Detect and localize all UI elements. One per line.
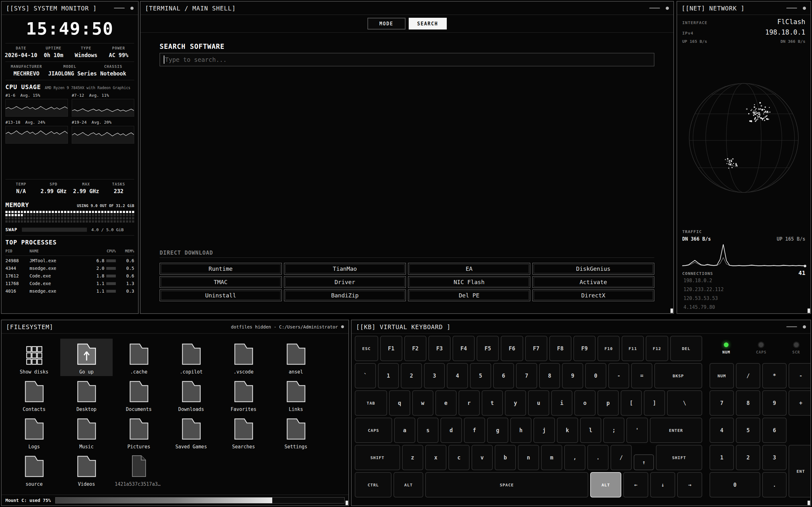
key-a[interactable]: a (394, 417, 415, 443)
close-icon[interactable] (666, 7, 669, 10)
numpad-key-ent[interactable]: ENT (789, 445, 811, 498)
minimize-icon[interactable] (649, 8, 660, 9)
key-7[interactable]: 7 (516, 363, 537, 388)
key-[interactable]: ] (644, 390, 665, 416)
fs-item-logs[interactable]: Logs (8, 413, 60, 451)
fs-item-music[interactable]: Music (60, 413, 113, 451)
key-t[interactable]: t (482, 390, 503, 416)
minimize-icon[interactable] (114, 8, 125, 9)
key-n[interactable]: n (518, 445, 539, 470)
key-f4[interactable]: F4 (453, 336, 475, 361)
download-button-tmac[interactable]: TMAC (160, 276, 282, 288)
download-button-runtime[interactable]: Runtime (160, 263, 282, 275)
key-l[interactable]: l (580, 417, 601, 443)
download-button-diskgenius[interactable]: DiskGenius (532, 263, 655, 275)
search-input[interactable] (160, 53, 654, 66)
key-q[interactable]: q (389, 390, 410, 416)
fs-item-links[interactable]: Links (270, 376, 322, 413)
key-[interactable]: [ (621, 390, 642, 416)
key-w[interactable]: w (412, 390, 434, 416)
fs-item-saved-games[interactable]: Saved Games (165, 413, 217, 451)
key-m[interactable]: m (541, 445, 562, 470)
fs-item-videos[interactable]: Videos (60, 451, 113, 488)
key-f6[interactable]: F6 (501, 336, 523, 361)
key-0[interactable]: 0 (585, 363, 606, 388)
numpad-key-[interactable]: / (736, 363, 760, 388)
key-o[interactable]: o (574, 390, 596, 416)
key-9[interactable]: 9 (562, 363, 583, 388)
fs-item-pictures[interactable]: Pictures (113, 413, 165, 451)
key-8[interactable]: 8 (539, 363, 560, 388)
key-[interactable]: \ (667, 390, 702, 416)
fs-item-source[interactable]: source (8, 451, 60, 488)
fs-item-documents[interactable]: Documents (113, 376, 165, 413)
key-2[interactable]: 2 (401, 363, 422, 388)
fs-item-favorites[interactable]: Favorites (217, 376, 270, 413)
key-alt[interactable]: ALT (590, 472, 621, 498)
numpad-key-0[interactable]: 0 (710, 472, 760, 498)
numpad-key-3[interactable]: 3 (762, 445, 786, 470)
numpad-key-8[interactable]: 8 (736, 390, 760, 416)
key-f11[interactable]: F11 (622, 336, 644, 361)
fs-item-downloads[interactable]: Downloads (165, 376, 217, 413)
fs-item-contacts[interactable]: Contacts (8, 376, 60, 413)
numpad-key-[interactable]: . (762, 472, 786, 498)
key-v[interactable]: v (471, 445, 493, 470)
numpad-key-[interactable]: + (789, 390, 811, 416)
key-[interactable]: ` (355, 363, 376, 388)
fs-item--cache[interactable]: .cache (113, 339, 165, 376)
close-icon[interactable] (803, 325, 806, 329)
key-1[interactable]: 1 (378, 363, 399, 388)
fs-item-ansel[interactable]: ansel (270, 339, 322, 376)
resize-grip[interactable] (670, 308, 673, 313)
key-[interactable]: = (631, 363, 652, 388)
numpad-key-9[interactable]: 9 (762, 390, 786, 416)
key-[interactable]: ; (603, 417, 624, 443)
key-z[interactable]: z (402, 445, 423, 470)
key-f7[interactable]: F7 (525, 336, 547, 361)
key-enter[interactable]: ENTER (650, 417, 702, 443)
close-icon[interactable] (341, 325, 344, 328)
key-s[interactable]: s (417, 417, 439, 443)
minimize-icon[interactable] (786, 326, 797, 327)
fs-item-go-up[interactable]: Go up (60, 339, 113, 376)
key-esc[interactable]: ESC (355, 336, 378, 361)
numpad-key-5[interactable]: 5 (736, 417, 760, 443)
key-f2[interactable]: F2 (404, 336, 426, 361)
key-d[interactable]: d (441, 417, 462, 443)
numpad-key-num[interactable]: NUM (710, 363, 734, 388)
key-tab[interactable]: TAB (355, 390, 387, 416)
numpad-key-[interactable]: - (789, 363, 811, 388)
fs-item-desktop[interactable]: Desktop (60, 376, 113, 413)
resize-grip[interactable] (808, 308, 810, 313)
key-e[interactable]: e (435, 390, 457, 416)
numpad-key-6[interactable]: 6 (762, 417, 786, 443)
resize-grip[interactable] (808, 501, 810, 505)
key-bksp[interactable]: BKSP (654, 363, 702, 388)
key-[interactable]: , (564, 445, 586, 470)
key-f[interactable]: f (464, 417, 485, 443)
key-6[interactable]: 6 (493, 363, 514, 388)
fs-item-1421a537c3517a3e7ffa-[interactable]: 1421a537c3517a3e7ffa… (113, 451, 165, 488)
key-b[interactable]: b (495, 445, 516, 470)
download-button-driver[interactable]: Driver (284, 276, 406, 288)
numpad-key-1[interactable]: 1 (710, 445, 734, 470)
key-5[interactable]: 5 (470, 363, 491, 388)
fs-item--copilot[interactable]: .copilot (165, 339, 217, 376)
key-f10[interactable]: F10 (598, 336, 620, 361)
resize-grip[interactable] (346, 501, 348, 505)
key-y[interactable]: y (505, 390, 526, 416)
key-u[interactable]: u (528, 390, 549, 416)
key-[interactable]: ' (626, 417, 648, 443)
key-ctrl[interactable]: CTRL (355, 472, 392, 498)
key-c[interactable]: c (448, 445, 470, 470)
key-space[interactable]: SPACE (425, 472, 588, 498)
key-[interactable]: → (677, 472, 702, 498)
download-button-directx[interactable]: DirectX (532, 289, 655, 301)
close-icon[interactable] (131, 7, 134, 10)
key-h[interactable]: h (510, 417, 531, 443)
download-button-bandizip[interactable]: BandiZip (284, 289, 406, 301)
key-caps[interactable]: CAPS (355, 417, 392, 443)
key-f3[interactable]: F3 (428, 336, 451, 361)
key-i[interactable]: i (551, 390, 572, 416)
